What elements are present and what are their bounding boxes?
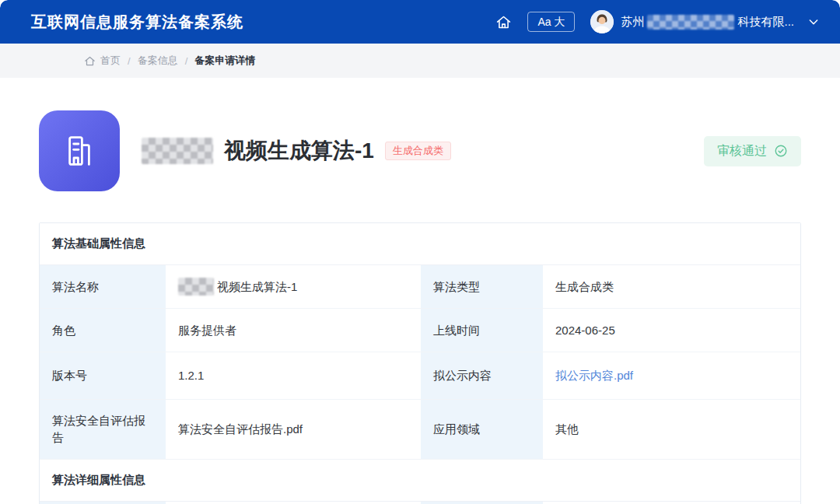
company-prefix: 苏州 <box>621 15 644 30</box>
row-label-security-report: 算法安全自评估报告 <box>40 400 166 460</box>
check-circle-icon <box>774 144 788 158</box>
breadcrumb-item-home[interactable]: 首页 <box>84 54 121 68</box>
basic-info-table: 算法名称 视频生成算法-1 算法类型 生成合成类 角色 服务提供者 上线时间 2… <box>40 265 800 460</box>
status-badge: 审核通过 <box>704 136 801 166</box>
row-label-public-content: 拟公示内容 <box>421 352 543 400</box>
hero-title-wrap: 视频生成算法-1 生成合成类 <box>142 136 451 166</box>
company-name: 苏州科技有限... <box>621 15 794 30</box>
header-right: Aa 大 苏州科技有限... <box>495 10 820 33</box>
company-name-redacted <box>647 15 734 30</box>
breadcrumb-item-records[interactable]: 备案信息 <box>138 54 178 68</box>
breadcrumb: 首页 / 备案信息 / 备案申请详情 <box>0 44 840 78</box>
row-value-algorithm-type: 生成合成类 <box>543 265 800 309</box>
top-header: 互联网信息服务算法备案系统 Aa 大 <box>0 0 840 44</box>
hero-row: 视频生成算法-1 生成合成类 审核通过 <box>39 110 801 191</box>
row-label-algorithm-type: 算法类型 <box>421 265 543 309</box>
company-suffix: 科技有限... <box>737 15 794 30</box>
algorithm-info-card: 算法基础属性信息 算法名称 视频生成算法-1 算法类型 生成合成类 角色 服务提… <box>39 222 801 504</box>
row-label-role: 角色 <box>40 309 166 352</box>
row-label-online-date: 上线时间 <box>421 309 543 352</box>
app-title: 互联网信息服务算法备案系统 <box>31 12 243 33</box>
algorithm-title-redacted <box>142 138 213 164</box>
avatar <box>590 10 614 33</box>
row-value-version: 1.2.1 <box>166 352 421 400</box>
breadcrumb-item-current: 备案申请详情 <box>194 54 255 68</box>
algorithm-name-redacted <box>178 278 214 296</box>
page-title: 视频生成算法-1 <box>224 136 374 166</box>
row-label-application-field: 应用领域 <box>421 400 543 460</box>
algorithm-name-text: 视频生成算法-1 <box>217 278 297 296</box>
row-value-online-date: 2024-06-25 <box>543 309 800 352</box>
home-icon[interactable] <box>495 14 512 30</box>
section-header-detail: 算法详细属性信息 <box>40 460 800 502</box>
status-label: 审核通过 <box>717 143 767 159</box>
building-icon <box>39 110 120 191</box>
row-value-security-report: 算法安全自评估报告.pdf <box>166 400 421 460</box>
home-icon-small <box>84 55 96 67</box>
row-label-algorithm-name: 算法名称 <box>40 265 166 309</box>
breadcrumb-separator: / <box>128 55 131 67</box>
row-value-algorithm-name: 视频生成算法-1 <box>166 265 421 309</box>
font-size-button[interactable]: Aa 大 <box>527 12 575 32</box>
breadcrumb-home-label: 首页 <box>100 54 121 68</box>
user-menu[interactable]: 苏州科技有限... <box>590 10 820 33</box>
chevron-down-icon[interactable] <box>807 16 820 28</box>
row-value-public-content: 拟公示内容.pdf <box>543 352 800 400</box>
category-tag: 生成合成类 <box>385 142 451 160</box>
public-content-pdf-link[interactable]: 拟公示内容.pdf <box>555 367 633 384</box>
row-value-application-field: 其他 <box>543 400 800 460</box>
row-label-version: 版本号 <box>40 352 166 400</box>
row-value-role: 服务提供者 <box>166 309 421 352</box>
app-window: 互联网信息服务算法备案系统 Aa 大 <box>0 0 840 504</box>
main-content: 视频生成算法-1 生成合成类 审核通过 算法基础属性信息 算法名称 <box>0 110 840 504</box>
breadcrumb-separator: / <box>185 55 188 67</box>
section-header-basic: 算法基础属性信息 <box>40 223 800 265</box>
